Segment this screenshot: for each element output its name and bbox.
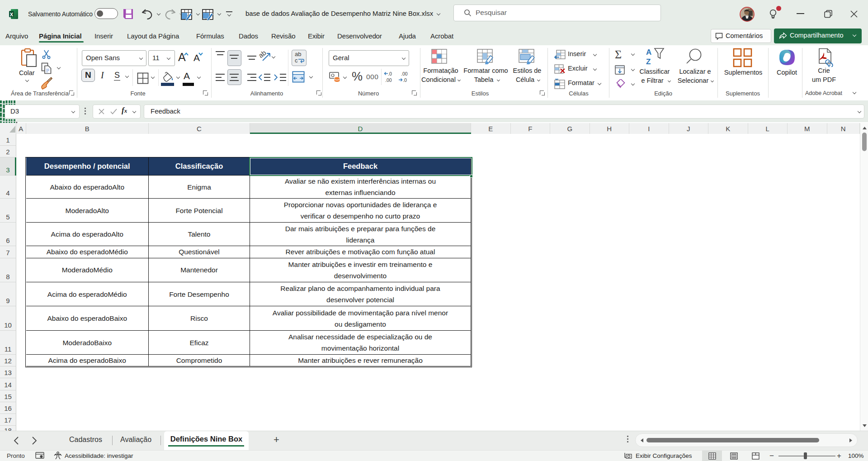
svg-text:.00: .00 xyxy=(385,77,392,83)
svg-text:.0: .0 xyxy=(403,77,407,83)
svg-text:.0: .0 xyxy=(388,71,392,76)
svg-text:X: X xyxy=(10,12,14,17)
svg-text:.00: .00 xyxy=(401,71,408,76)
svg-text:Z: Z xyxy=(646,57,651,66)
svg-text:A: A xyxy=(646,48,651,57)
